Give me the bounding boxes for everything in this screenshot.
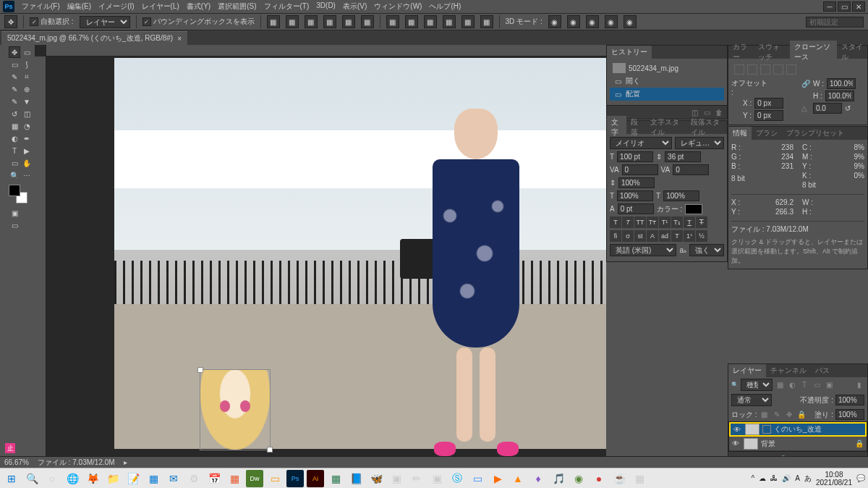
search-icon[interactable]: 🔍: [23, 470, 41, 487]
calendar-icon[interactable]: 📅: [205, 470, 223, 487]
skype-icon[interactable]: Ⓢ: [448, 470, 466, 487]
illustrator-icon[interactable]: Ai: [307, 470, 324, 487]
history-source[interactable]: 5022434_m.jpg: [610, 62, 724, 75]
slashed-button[interactable]: ½: [696, 230, 707, 242]
heal-tool[interactable]: ⊕: [21, 83, 33, 95]
app-icon[interactable]: ☕: [610, 470, 628, 487]
photoshop-task-icon[interactable]: Ps: [286, 470, 304, 487]
color-tab[interactable]: カラー: [728, 41, 754, 64]
swatches-tab[interactable]: スウォッチ: [754, 41, 790, 64]
align-center-icon[interactable]: ▦: [286, 15, 299, 28]
smart-object-bounds[interactable]: [200, 369, 271, 450]
dodge-tool[interactable]: ◐: [9, 132, 20, 144]
opacity-input[interactable]: [835, 395, 864, 405]
history-step-open[interactable]: ▭開く: [610, 75, 724, 88]
clone-src-3-icon[interactable]: [760, 64, 770, 75]
menu-file[interactable]: ファイル(F): [20, 0, 61, 13]
excel-icon[interactable]: ▦: [327, 470, 344, 487]
app-icon[interactable]: ▦: [226, 470, 243, 487]
type-tool[interactable]: T: [9, 145, 20, 156]
clonesource-tab[interactable]: クローンソース: [790, 41, 837, 64]
3d-slide-icon[interactable]: ◉: [605, 15, 618, 28]
fractions-button[interactable]: T: [671, 230, 683, 242]
text-color-swatch[interactable]: [685, 204, 702, 214]
offset-y-input[interactable]: [754, 110, 783, 121]
scale-h-input[interactable]: [825, 91, 854, 101]
zoom-tool[interactable]: 🔍: [9, 169, 20, 181]
tab-close-icon[interactable]: ×: [177, 35, 182, 43]
firefox-icon[interactable]: 🦊: [84, 470, 101, 487]
brushpresets-tab[interactable]: ブラシプリセット: [782, 127, 848, 140]
app-icon[interactable]: ▦: [631, 470, 648, 487]
maximize-button[interactable]: ▭: [838, 1, 851, 12]
charstyle-tab[interactable]: 文字スタイル: [646, 116, 686, 139]
canvas[interactable]: [114, 58, 606, 442]
photos-icon[interactable]: ▦: [145, 470, 162, 487]
3d-scale-icon[interactable]: ◉: [624, 15, 637, 28]
distribute-icon[interactable]: ▦: [424, 15, 437, 28]
fg-color[interactable]: [9, 185, 20, 196]
layer-row-background[interactable]: 👁 背景 🔒: [729, 437, 867, 451]
clone-src-2-icon[interactable]: [747, 64, 757, 75]
tracking-input[interactable]: [673, 164, 709, 175]
align-middle-icon[interactable]: ▦: [342, 15, 355, 28]
tray-network-icon[interactable]: 🖧: [770, 474, 778, 482]
pen-tool[interactable]: ✒: [21, 132, 33, 144]
eraser-tool[interactable]: ◫: [21, 108, 33, 119]
app-icon[interactable]: 📘: [347, 470, 365, 487]
3d-rotate-icon[interactable]: ◉: [548, 15, 561, 28]
brush-tool[interactable]: ✎: [9, 96, 20, 107]
font-size-input[interactable]: [617, 151, 653, 162]
start-button[interactable]: ⊞: [3, 470, 20, 487]
visibility-icon[interactable]: 👁: [733, 426, 742, 434]
hscale-input[interactable]: [663, 190, 699, 201]
blend-mode-select[interactable]: 通常: [731, 394, 772, 406]
strikethrough-button[interactable]: T̶: [696, 216, 707, 228]
chrome-icon[interactable]: 🌐: [64, 470, 81, 487]
tray-cloud-icon[interactable]: ☁: [759, 474, 766, 482]
paragraph-tab[interactable]: 段落: [626, 116, 646, 139]
clone-src-5-icon[interactable]: [786, 64, 796, 75]
underline-button[interactable]: T: [684, 216, 695, 228]
shape-tool[interactable]: ▭: [9, 157, 20, 169]
notification-icon[interactable]: 💬: [856, 474, 865, 482]
menu-view[interactable]: 表示(V): [341, 0, 368, 13]
show-bbox-check[interactable]: ✓バウンディングボックスを表示: [142, 17, 255, 27]
language-select[interactable]: 英語 (米国): [610, 244, 676, 256]
auto-select-target[interactable]: レイヤー: [80, 16, 130, 28]
align-bottom-icon[interactable]: ▦: [361, 15, 374, 28]
antialiasing-select[interactable]: 強く: [689, 244, 724, 256]
align-right-icon[interactable]: ▦: [305, 15, 318, 28]
baseline-input[interactable]: [618, 203, 654, 214]
quick-mask-tool[interactable]: ▣: [9, 207, 20, 219]
crop-tool[interactable]: ⌗: [21, 71, 33, 83]
quick-select-tool[interactable]: ✎: [9, 71, 20, 83]
move-tool-icon[interactable]: ✥: [4, 15, 17, 28]
scale-w-input[interactable]: [827, 78, 856, 89]
filter-pixel-icon[interactable]: ▦: [775, 380, 785, 390]
clone-src-1-icon[interactable]: [734, 64, 744, 75]
music-icon[interactable]: 🎵: [550, 470, 567, 487]
link-icon[interactable]: 🔗: [801, 80, 810, 88]
tray-volume-icon[interactable]: 🔊: [782, 474, 791, 482]
styles-tab[interactable]: スタイル: [837, 41, 867, 64]
screen-mode-tool[interactable]: ▭: [9, 219, 20, 231]
hand-tool[interactable]: ✋: [21, 157, 33, 169]
menu-help[interactable]: ヘルプ(H): [427, 0, 462, 13]
layers-tab[interactable]: レイヤー: [728, 364, 766, 377]
gradient-tool[interactable]: ▦: [9, 120, 20, 132]
distribute-icon[interactable]: ▦: [480, 15, 493, 28]
subscript-button[interactable]: T₁: [671, 216, 683, 228]
ruler-vertical[interactable]: [35, 56, 46, 468]
allcaps-button[interactable]: TT: [634, 216, 646, 228]
channels-tab[interactable]: チャンネル: [766, 364, 811, 377]
lock-move-icon[interactable]: ✥: [784, 410, 794, 420]
extra-tool[interactable]: ⋯: [21, 169, 33, 181]
filter-toggle-icon[interactable]: ▮: [854, 380, 864, 390]
menu-3d[interactable]: 3D(D): [315, 0, 337, 13]
kerning-input[interactable]: [622, 164, 658, 175]
ordinals-button[interactable]: ad: [659, 230, 671, 242]
obs-icon[interactable]: ▣: [428, 470, 446, 487]
explorer-icon[interactable]: 📁: [104, 470, 122, 487]
font-weight-select[interactable]: レギュ…: [675, 137, 724, 149]
